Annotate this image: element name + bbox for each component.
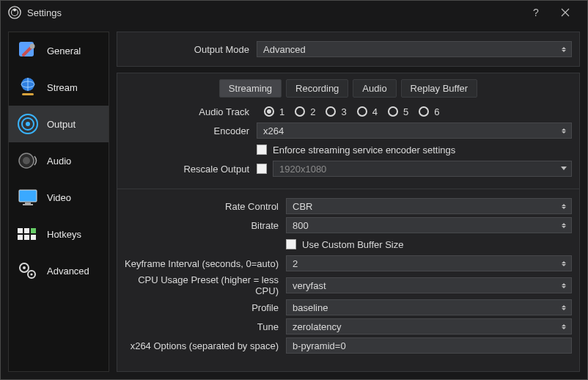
settings-window: Settings ? General Stream Output Audio — [0, 0, 588, 380]
svg-rect-7 — [22, 93, 34, 95]
rescale-checkbox[interactable] — [257, 164, 267, 174]
svg-rect-20 — [24, 235, 29, 240]
encoder-select[interactable]: x264 — [257, 123, 572, 139]
tab-streaming[interactable]: Streaming — [219, 79, 282, 98]
audio-track-radio-4[interactable] — [357, 106, 367, 117]
svg-rect-15 — [23, 204, 33, 205]
content-area: Output Mode Advanced Streaming Recording… — [117, 32, 580, 372]
sidebar-item-label: General — [47, 45, 81, 56]
rescale-select[interactable]: 1920x1080 — [273, 161, 572, 177]
gears-icon — [16, 259, 40, 282]
window-title: Settings — [27, 7, 521, 18]
custom-buffer-checkbox[interactable] — [286, 239, 296, 249]
svg-point-12 — [23, 157, 30, 164]
chevron-down-icon — [561, 167, 567, 170]
x264-options-label: x264 Options (separated by space) — [125, 340, 286, 351]
audio-track-group: 1 2 3 4 5 6 — [257, 106, 572, 117]
close-button[interactable] — [551, 1, 580, 23]
custom-buffer-label: Use Custom Buffer Size — [302, 239, 403, 250]
rate-control-select[interactable]: CBR — [286, 198, 572, 214]
broadcast-icon — [16, 112, 40, 136]
tab-replay-buffer[interactable]: Replay Buffer — [401, 79, 478, 98]
svg-rect-18 — [31, 228, 36, 233]
obs-app-icon — [8, 6, 21, 19]
monitor-icon — [16, 186, 40, 209]
bitrate-label: Bitrate — [125, 220, 286, 231]
svg-rect-21 — [31, 235, 36, 240]
x264-options-input[interactable]: b-pyramid=0 — [286, 337, 572, 354]
sidebar-item-label: Stream — [47, 82, 78, 93]
sidebar-item-hotkeys[interactable]: Hotkeys — [9, 216, 109, 252]
wrench-icon — [16, 39, 40, 62]
speaker-icon — [16, 149, 40, 172]
body: General Stream Output Audio Video Hotkey… — [1, 24, 587, 379]
keyboard-icon — [16, 222, 40, 246]
titlebar: Settings ? — [1, 1, 587, 24]
audio-track-radio-2[interactable] — [295, 106, 305, 117]
cpu-preset-select[interactable]: veryfast — [286, 277, 572, 293]
keyframe-input[interactable]: 2 — [286, 255, 572, 271]
sidebar-item-advanced[interactable]: Advanced — [9, 252, 109, 289]
sidebar-item-general[interactable]: General — [9, 32, 109, 69]
updown-icon — [559, 125, 569, 136]
tabs: Streaming Recording Audio Replay Buffer — [125, 79, 572, 98]
sidebar-item-label: Output — [47, 119, 76, 130]
svg-rect-19 — [18, 235, 23, 240]
svg-point-10 — [26, 122, 30, 126]
svg-rect-14 — [25, 202, 31, 204]
sidebar-item-audio[interactable]: Audio — [9, 142, 109, 179]
rate-control-label: Rate Control — [125, 201, 286, 212]
svg-point-2 — [13, 8, 16, 11]
svg-point-23 — [23, 266, 26, 269]
tune-select[interactable]: zerolatency — [286, 318, 572, 335]
svg-point-0 — [9, 7, 21, 18]
updown-icon — [559, 279, 569, 291]
svg-rect-17 — [24, 228, 29, 233]
enforce-checkbox[interactable] — [257, 145, 267, 155]
tab-audio[interactable]: Audio — [353, 79, 396, 98]
enforce-label: Enforce streaming service encoder settin… — [273, 145, 455, 156]
encoder-label: Encoder — [125, 125, 257, 136]
globe-icon — [16, 76, 40, 99]
audio-track-radio-6[interactable] — [419, 106, 429, 117]
updown-icon — [559, 321, 569, 332]
spinner-icon[interactable] — [559, 219, 569, 231]
svg-rect-16 — [18, 228, 23, 233]
tune-label: Tune — [125, 321, 286, 332]
sidebar-item-video[interactable]: Video — [9, 179, 109, 216]
output-mode-panel: Output Mode Advanced — [117, 32, 580, 67]
updown-icon — [559, 43, 569, 55]
tab-recording[interactable]: Recording — [286, 79, 348, 98]
sidebar-item-output[interactable]: Output — [9, 106, 109, 142]
cpu-preset-label: CPU Usage Preset (higher = less CPU) — [125, 274, 286, 296]
updown-icon — [559, 302, 569, 313]
audio-track-radio-1[interactable] — [264, 106, 274, 117]
output-mode-value: Advanced — [263, 44, 306, 55]
svg-point-25 — [30, 273, 32, 275]
help-button[interactable]: ? — [521, 1, 551, 23]
audio-track-radio-3[interactable] — [326, 106, 336, 117]
sidebar-item-label: Video — [47, 192, 71, 203]
spinner-icon[interactable] — [559, 257, 569, 269]
updown-icon — [559, 200, 569, 212]
sidebar-item-label: Audio — [47, 156, 71, 167]
rescale-output-label: Rescale Output — [125, 164, 257, 175]
keyframe-label: Keyframe Interval (seconds, 0=auto) — [125, 258, 286, 269]
sidebar-item-stream[interactable]: Stream — [9, 69, 109, 106]
sidebar: General Stream Output Audio Video Hotkey… — [8, 32, 109, 372]
profile-label: Profile — [125, 302, 286, 313]
streaming-panel: Streaming Recording Audio Replay Buffer … — [117, 73, 580, 372]
profile-select[interactable]: baseline — [286, 299, 572, 315]
audio-track-label: Audio Track — [125, 106, 257, 117]
sidebar-item-label: Advanced — [47, 266, 89, 277]
bitrate-input[interactable]: 800 — [286, 217, 572, 233]
audio-track-radio-5[interactable] — [388, 106, 398, 117]
output-mode-select[interactable]: Advanced — [257, 41, 572, 57]
output-mode-label: Output Mode — [125, 44, 257, 55]
sidebar-item-label: Hotkeys — [47, 229, 81, 240]
svg-point-4 — [30, 44, 35, 49]
svg-rect-13 — [19, 190, 37, 202]
